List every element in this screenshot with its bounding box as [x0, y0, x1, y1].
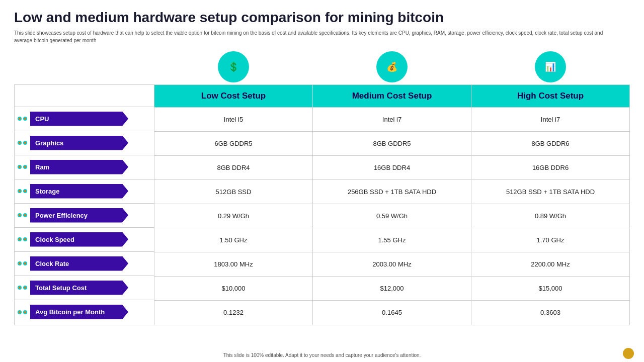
label-badge-4: Power Efficiency — [30, 208, 128, 223]
icon-low: 💲 — [218, 51, 249, 82]
cell-r1-c1: 8GB GDDR5 — [313, 132, 471, 155]
data-row-6: 1803.00 MHz2003.00 MHz2200.00 MHz — [154, 252, 629, 277]
icon-col-low: 💲 — [154, 51, 312, 84]
cell-r3-c0: 512GB SSD — [154, 180, 313, 204]
subtitle: This slide showcases setup cost of hardw… — [14, 29, 618, 44]
cell-r6-c0: 1803.00 MHz — [154, 252, 313, 276]
footer-text: This slide is 100% editable. Adapt it to… — [0, 352, 644, 358]
icon-col-high: 📊 — [471, 51, 630, 84]
cell-r3-c1: 256GB SSD + 1TB SATA HDD — [313, 180, 471, 204]
cell-r2-c0: 8GB DDR4 — [154, 156, 313, 179]
label-row-8: Avg Bitcoin per Month — [15, 300, 154, 324]
cell-r0-c1: Intel i7 — [313, 108, 471, 131]
label-badge-3: Storage — [30, 184, 128, 199]
cell-r7-c2: $15,000 — [471, 277, 629, 300]
label-row-1: Graphics — [15, 131, 154, 155]
label-badge-8: Avg Bitcoin per Month — [30, 305, 128, 319]
cell-r5-c2: 1.70 GHz — [471, 228, 629, 252]
comparison-table: CPUGraphicsRamStoragePower EfficiencyClo… — [14, 84, 630, 325]
cell-r3-c2: 512GB SSD + 1TB SATA HDD — [471, 180, 629, 204]
cell-r2-c2: 16GB DDR6 — [471, 156, 629, 179]
cell-r5-c0: 1.50 GHz — [154, 228, 313, 252]
cell-r8-c1: 0.1645 — [313, 301, 471, 325]
page-title: Low and medium hardware setup comparison… — [14, 9, 630, 26]
cell-r6-c1: 2003.00 MHz — [313, 252, 471, 276]
data-row-1: 6GB GDDR58GB GDDR58GB GDDR6 — [154, 132, 629, 156]
svg-text:💰: 💰 — [386, 61, 398, 72]
cell-r6-c2: 2200.00 MHz — [471, 252, 629, 276]
cell-r1-c2: 8GB GDDR6 — [471, 132, 629, 155]
col-header-low: Low Cost Setup — [154, 85, 313, 107]
label-row-7: Total Setup Cost — [15, 276, 154, 300]
svg-text:💲: 💲 — [228, 61, 239, 72]
label-row-6: Clock Rate — [15, 252, 154, 276]
icon-high: 📊 — [535, 51, 566, 82]
label-row-4: Power Efficiency — [15, 204, 154, 228]
svg-text:📊: 📊 — [545, 61, 556, 72]
label-badge-1: Graphics — [30, 136, 128, 150]
label-badge-5: Clock Speed — [30, 232, 128, 247]
icons-row: 💲 💰 📊 — [154, 51, 630, 84]
data-row-4: 0.29 W/Gh0.59 W/Gh0.89 W/Gh — [154, 204, 629, 228]
cell-r0-c2: Intel i7 — [471, 108, 629, 131]
cell-r1-c0: 6GB GDDR5 — [154, 132, 313, 155]
label-row-3: Storage — [15, 179, 154, 204]
cell-r0-c0: Intel i5 — [154, 108, 313, 131]
cell-r8-c2: 0.3603 — [471, 301, 629, 325]
col-header-medium: Medium Cost Setup — [313, 85, 471, 107]
cell-r8-c0: 0.1232 — [154, 301, 313, 325]
cell-r4-c2: 0.89 W/Gh — [471, 204, 629, 228]
data-row-3: 512GB SSD256GB SSD + 1TB SATA HDD512GB S… — [154, 180, 629, 204]
label-badge-0: CPU — [30, 112, 128, 126]
label-badge-6: Clock Rate — [30, 256, 128, 271]
cell-r7-c1: $12,000 — [313, 277, 471, 300]
label-badge-7: Total Setup Cost — [30, 281, 128, 295]
label-badge-2: Ram — [30, 160, 128, 174]
cell-r4-c1: 0.59 W/Gh — [313, 204, 471, 228]
data-row-0: Intel i5Intel i7Intel i7 — [154, 108, 629, 132]
gold-circle-decoration — [623, 348, 634, 359]
data-row-2: 8GB DDR416GB DDR416GB DDR6 — [154, 156, 629, 180]
label-row-5: Clock Speed — [15, 228, 154, 252]
label-row-2: Ram — [15, 155, 154, 179]
icon-medium: 💰 — [376, 51, 408, 82]
cell-r7-c0: $10,000 — [154, 277, 313, 300]
page: Low and medium hardware setup comparison… — [0, 0, 644, 362]
cell-r5-c1: 1.55 GHz — [313, 228, 471, 252]
data-row-5: 1.50 GHz1.55 GHz1.70 GHz — [154, 228, 629, 252]
label-row-0: CPU — [15, 107, 154, 131]
data-row-8: 0.12320.16450.3603 — [154, 301, 629, 325]
icon-col-medium: 💰 — [312, 51, 471, 84]
label-header — [15, 85, 154, 107]
col-header-high: High Cost Setup — [471, 85, 629, 107]
cell-r2-c1: 16GB DDR4 — [313, 156, 471, 179]
cell-r4-c0: 0.29 W/Gh — [154, 204, 313, 228]
data-row-7: $10,000$12,000$15,000 — [154, 277, 629, 301]
